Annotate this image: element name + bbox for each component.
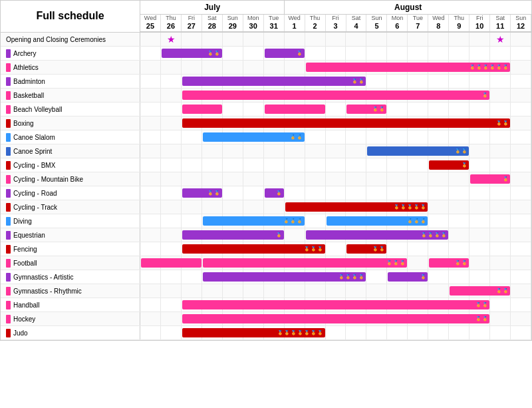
medal-icon: 🏅 bbox=[441, 232, 447, 238]
sport-row: Boxing🏅🏅 bbox=[1, 116, 531, 130]
medal-icon: 🏅 bbox=[414, 204, 420, 210]
medal-icon: 🏅 bbox=[476, 65, 482, 70]
sport-grid-cell: 🏅🏅 bbox=[140, 312, 531, 325]
gantt-bar: 🏅🏅 bbox=[429, 258, 469, 268]
sport-name-cell: Cycling - Road bbox=[1, 186, 140, 200]
sport-name-cell: Basketball bbox=[1, 89, 140, 102]
medal-icon: 🏅 bbox=[482, 316, 488, 321]
medal-icon: 🏅 bbox=[352, 274, 358, 280]
sport-grid-cell: 🏅🏅🏅🏅🏅🏅 bbox=[140, 61, 531, 74]
sport-name-label: Beach Volleyball bbox=[13, 106, 62, 113]
gantt-bar: 🏅🏅🏅 bbox=[327, 216, 428, 226]
medal-icon: 🏅 bbox=[482, 302, 488, 307]
sport-name-label: Diving bbox=[13, 218, 32, 225]
medal-icon: 🏅 bbox=[386, 260, 392, 266]
sport-grid-cell: 🏅 bbox=[140, 172, 531, 186]
gantt-bar: 🏅🏅 bbox=[182, 118, 510, 128]
medal-icon: 🏅 bbox=[394, 204, 400, 210]
medal-icon: 🏅 bbox=[434, 232, 440, 238]
sport-color-indicator bbox=[6, 301, 11, 309]
medal-icon: 🏅 bbox=[297, 330, 303, 335]
gantt-bar: 🏅 bbox=[182, 91, 489, 100]
sport-color-indicator bbox=[6, 231, 11, 240]
gantt-bar: 🏅🏅🏅🏅 bbox=[306, 230, 449, 240]
sport-grid-cell: 🏅🏅 bbox=[140, 75, 531, 88]
gantt-bar: 🏅🏅 bbox=[182, 300, 489, 309]
sport-grid-cell: 🏅🏅 bbox=[140, 130, 531, 144]
sport-color-indicator bbox=[6, 189, 11, 198]
sport-color-indicator bbox=[6, 161, 11, 170]
medal-icon: 🏅 bbox=[496, 120, 502, 126]
sport-grid-cell: 🏅🏅🏅🏅🏅 bbox=[140, 256, 531, 270]
medal-icon: 🏅 bbox=[489, 65, 495, 70]
gantt-bar: 🏅🏅🏅🏅🏅🏅 bbox=[306, 63, 510, 72]
day-col-2: Fri27 bbox=[182, 15, 202, 31]
sport-color-indicator bbox=[6, 105, 11, 114]
sport-name-label: Football bbox=[13, 260, 37, 267]
gantt-bar: 🏅🏅🏅 bbox=[203, 258, 407, 268]
medal-icon: 🏅 bbox=[420, 204, 426, 210]
sport-color-indicator bbox=[6, 217, 11, 226]
medal-icon: 🏅 bbox=[462, 148, 467, 154]
sport-color-indicator bbox=[6, 329, 11, 337]
medal-icon: 🏅 bbox=[297, 218, 303, 224]
sport-grid-cell: 🏅🏅🏅 bbox=[140, 47, 531, 60]
sport-grid-cell: 🏅 bbox=[140, 158, 531, 172]
ceremony-star: ★ bbox=[162, 34, 181, 45]
schedule-container: Full schedule JulyAugustWed25Thu26Fri27S… bbox=[0, 0, 532, 341]
gantt-bar: 🏅🏅 bbox=[182, 188, 222, 198]
sport-grid-cell: 🏅🏅 bbox=[140, 144, 531, 158]
gantt-bar: 🏅🏅🏅🏅🏅🏅🏅 bbox=[182, 328, 325, 337]
sport-name-cell: Boxing bbox=[1, 116, 140, 130]
day-col-14: Wed8 bbox=[428, 15, 449, 31]
sport-color-indicator bbox=[6, 49, 11, 58]
sport-grid-cell: 🏅🏅🏅🏅🏅🏅🏅 bbox=[140, 326, 531, 339]
sport-grid-cell: 🏅🏅 bbox=[140, 284, 531, 298]
medal-icon: 🏅 bbox=[276, 190, 282, 196]
header: Full schedule JulyAugustWed25Thu26Fri27S… bbox=[1, 1, 531, 33]
sport-name-cell: Badminton bbox=[1, 75, 140, 88]
day-col-5: Mon30 bbox=[243, 15, 264, 31]
medal-icon: 🏅 bbox=[462, 260, 467, 266]
sport-name-label: Gymnastics - Rhythmic bbox=[13, 288, 82, 295]
sport-color-indicator bbox=[6, 63, 11, 72]
sport-grid-cell: 🏅🏅🏅🏅🏅🏅 bbox=[140, 214, 531, 228]
gantt-bar: 🏅 bbox=[388, 272, 428, 282]
sport-row: Beach Volleyball🏅🏅 bbox=[1, 102, 531, 116]
data-rows: Opening and Closing Ceremonies★★Archery🏅… bbox=[1, 33, 531, 340]
day-col-17: Sat11 bbox=[490, 15, 511, 31]
medal-icon: 🏅 bbox=[358, 274, 364, 280]
day-col-15: Thu9 bbox=[449, 15, 469, 31]
sport-name-cell: Hockey bbox=[1, 312, 140, 325]
sport-name-cell: Fencing bbox=[1, 242, 140, 256]
medal-icon: 🏅 bbox=[304, 330, 310, 335]
medal-icon: 🏅 bbox=[503, 288, 509, 294]
sport-name-label: Cycling - Track bbox=[13, 204, 57, 211]
sport-name-label: Badminton bbox=[13, 78, 45, 85]
sport-name-label: Basketball bbox=[13, 92, 44, 99]
gantt-bar: 🏅🏅 bbox=[162, 49, 222, 58]
sport-row: Canoe Sprint🏅🏅 bbox=[1, 144, 531, 158]
day-col-13: Tue7 bbox=[408, 15, 428, 31]
sport-row: Cycling - Mountain Bike🏅 bbox=[1, 172, 531, 186]
sport-row: Basketball🏅 bbox=[1, 89, 531, 102]
sport-name-cell: Judo bbox=[1, 326, 140, 339]
medal-icon: 🏅 bbox=[455, 260, 461, 266]
day-col-10: Sat4 bbox=[346, 15, 367, 31]
sport-grid-cell: 🏅🏅 bbox=[140, 116, 531, 130]
sport-color-indicator bbox=[6, 273, 11, 282]
sport-row: Cycling - BMX🏅 bbox=[1, 158, 531, 172]
sport-name-cell: Football bbox=[1, 256, 140, 270]
month-july: July bbox=[140, 1, 285, 14]
sport-name-label: Boxing bbox=[13, 120, 34, 127]
sport-name-cell: Diving bbox=[1, 214, 140, 228]
sport-name-label: Handball bbox=[13, 302, 39, 309]
medal-icon: 🏅 bbox=[400, 204, 406, 210]
medal-icon: 🏅 bbox=[379, 106, 385, 112]
sport-name-cell: Handball bbox=[1, 298, 140, 311]
medal-icon: 🏅 bbox=[407, 218, 413, 224]
sport-row: Football🏅🏅🏅🏅🏅 bbox=[1, 256, 531, 270]
sport-row: Archery🏅🏅🏅 bbox=[1, 47, 531, 61]
sport-name-cell: Gymnastics - Rhythmic bbox=[1, 284, 140, 298]
ceremony-star: ★ bbox=[491, 34, 510, 45]
